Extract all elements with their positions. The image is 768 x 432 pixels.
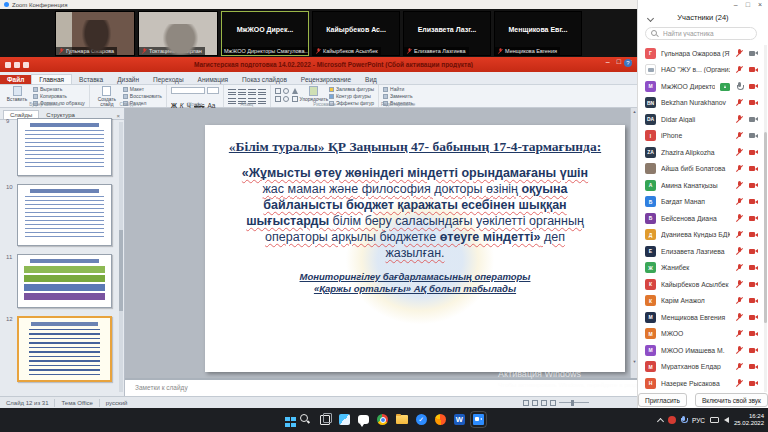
shape3-icon[interactable] bbox=[292, 96, 298, 102]
ribbon-tab[interactable]: Главная bbox=[31, 74, 72, 85]
invite-button[interactable]: Пригласить bbox=[638, 393, 687, 407]
ribbon-tab[interactable]: Вид bbox=[358, 75, 384, 85]
ribbon-tab[interactable]: Рецензирование bbox=[294, 75, 358, 85]
slide-thumbnail[interactable] bbox=[17, 316, 112, 382]
participant-row[interactable]: ZA Zhazira Alipkozha bbox=[638, 144, 765, 161]
clock[interactable]: 16:24 25.02.2022 bbox=[734, 413, 764, 428]
editor-scrollbar[interactable]: ▲ ▼ bbox=[630, 108, 637, 378]
participant-row[interactable]: Ж Жанибек bbox=[638, 260, 765, 277]
task-view-icon[interactable] bbox=[319, 413, 331, 425]
tasks-app-icon[interactable]: ✓ bbox=[416, 414, 427, 425]
slideshow-icon[interactable] bbox=[550, 400, 556, 406]
window-minimize-button[interactable]: – bbox=[734, 1, 738, 8]
participant-row[interactable]: Б Бағдат Манап bbox=[638, 194, 765, 211]
window-maximize-button[interactable]: □ bbox=[746, 1, 750, 8]
participant-row[interactable]: М МЖОО Имашева М. bbox=[638, 342, 765, 359]
participant-row[interactable]: DA Didar Aigali bbox=[638, 111, 765, 128]
ribbon-tab[interactable]: Показ слайдов bbox=[235, 75, 294, 85]
video-tile[interactable]: Кайырбеков Ас... Кайырбеков Асылбек bbox=[312, 11, 400, 56]
close-pane-icon[interactable]: × bbox=[116, 113, 120, 119]
slide-thumbnail[interactable] bbox=[17, 184, 112, 246]
normal-view-icon[interactable] bbox=[523, 400, 529, 406]
participant-row[interactable]: М Муратханов Елдар bbox=[638, 359, 765, 376]
layout-button[interactable]: Макет bbox=[123, 86, 162, 92]
tray-app-icon[interactable] bbox=[668, 416, 676, 424]
tray-expand-icon[interactable] bbox=[657, 417, 664, 424]
participant-row[interactable]: К Карім Анажол bbox=[638, 293, 765, 310]
participant-row[interactable]: Н Назерке Рысакова bbox=[638, 375, 765, 392]
ribbon-tab[interactable]: Файл bbox=[0, 75, 31, 85]
explorer-icon[interactable] bbox=[396, 415, 408, 424]
align-center-icon[interactable] bbox=[258, 89, 266, 96]
save-icon[interactable] bbox=[5, 62, 11, 68]
participant-row[interactable]: М МЖОО bbox=[638, 326, 765, 343]
notes-pane[interactable]: Заметки к слайду bbox=[125, 378, 637, 396]
video-tile[interactable]: МжЖОО Дирек... МжЖОО Директоры Смагулова… bbox=[221, 11, 309, 56]
quick-access-toolbar[interactable] bbox=[5, 62, 29, 68]
reset-button[interactable]: Восстановить bbox=[123, 93, 162, 99]
window-close-button[interactable]: × bbox=[758, 1, 762, 8]
zoom-slider[interactable] bbox=[559, 402, 589, 404]
zoom-app-icon[interactable] bbox=[473, 414, 484, 425]
find-button[interactable]: Найти bbox=[383, 86, 413, 92]
participants-scrollbar[interactable] bbox=[764, 45, 768, 392]
minimize-ribbon-icon[interactable]: ^ bbox=[616, 59, 619, 67]
video-tile[interactable]: Елизавета Лазг... Елизавета Лазгиева bbox=[403, 11, 491, 56]
touch-keyboard-icon[interactable] bbox=[710, 417, 719, 423]
reading-view-icon[interactable] bbox=[541, 400, 547, 406]
chrome-icon[interactable] bbox=[377, 414, 388, 425]
start-icon[interactable] bbox=[285, 417, 290, 422]
replace-button[interactable]: Заменить bbox=[383, 93, 413, 99]
participant-row[interactable]: BN Bekzhan Nurakhanov bbox=[638, 95, 765, 112]
ribbon-tab[interactable]: Переходы bbox=[146, 75, 191, 85]
font-size-box[interactable] bbox=[207, 87, 219, 94]
cut-button[interactable]: Вырезать bbox=[33, 86, 85, 92]
align-left-icon[interactable] bbox=[248, 89, 256, 96]
participant-row[interactable]: А Амина Канатқызы bbox=[638, 177, 765, 194]
slides-panel-scrollbar[interactable] bbox=[119, 122, 123, 392]
shapes-gallery[interactable] bbox=[275, 88, 299, 102]
participant-row[interactable]: М МжЖОО Директоры Смаг... bbox=[638, 78, 765, 95]
participant-row[interactable]: Е Елизавета Лазгиева bbox=[638, 243, 765, 260]
ribbon-tab[interactable]: Дизайн bbox=[110, 75, 146, 85]
unmute-button[interactable]: Включить свой звук bbox=[695, 393, 768, 407]
participant-row[interactable]: Г Гульнара Ожарова (Я) bbox=[638, 45, 765, 62]
paste-button[interactable]: Вставить bbox=[4, 86, 30, 102]
participant-row[interactable]: Д Дуаниева Кундыз БДК-411 bbox=[638, 227, 765, 244]
participant-row[interactable]: К Кайырбеков Асылбек bbox=[638, 276, 765, 293]
rectangle-shape-icon[interactable] bbox=[275, 88, 281, 94]
slide-thumbnail[interactable] bbox=[17, 254, 112, 308]
ppt-minimize-button[interactable]: – bbox=[606, 58, 610, 65]
shape1-icon[interactable] bbox=[275, 96, 281, 102]
shape-outline-button[interactable]: Контур фигуры bbox=[329, 93, 374, 99]
participant-row[interactable]: Айша бибі Болатова bbox=[638, 161, 765, 178]
redo-icon[interactable] bbox=[23, 62, 29, 68]
shape2-icon[interactable] bbox=[283, 96, 289, 102]
participant-row[interactable]: НАО "ЖУ в... (Организатор) bbox=[638, 62, 765, 79]
chat-icon[interactable] bbox=[358, 415, 369, 424]
bullets-icon[interactable] bbox=[228, 89, 236, 96]
video-tile[interactable]: Менщикова Евг... Менщикова Евгения bbox=[494, 11, 582, 56]
triangle-shape-icon[interactable] bbox=[292, 88, 298, 94]
tray-mic-icon[interactable] bbox=[681, 416, 687, 425]
language-switcher[interactable]: РУС bbox=[692, 417, 705, 424]
arrange-button[interactable]: Упорядочить bbox=[302, 86, 326, 102]
ribbon-tab[interactable]: Анимация bbox=[191, 75, 236, 85]
participant-search[interactable] bbox=[645, 27, 757, 40]
word-icon[interactable]: W bbox=[454, 414, 465, 425]
numbering-icon[interactable] bbox=[238, 89, 246, 96]
slide-sorter-icon[interactable] bbox=[532, 400, 538, 406]
browser-icon[interactable] bbox=[435, 414, 446, 425]
participant-row[interactable]: Б Бейсенова Диана bbox=[638, 210, 765, 227]
shape-fill-button[interactable]: Заливка фигуры bbox=[329, 86, 374, 92]
video-tile[interactable]: Токтациев Темирлан bbox=[138, 11, 218, 56]
participant-row[interactable]: I iPhone bbox=[638, 128, 765, 145]
current-slide[interactable]: «Білім туралы» ҚР Заңының 47- бабының 17… bbox=[205, 125, 625, 372]
search-input[interactable] bbox=[661, 29, 751, 38]
help-icon[interactable]: ? bbox=[624, 59, 632, 67]
volume-icon[interactable] bbox=[724, 417, 729, 423]
participant-row[interactable]: М Менщикова Евгения bbox=[638, 309, 765, 326]
slide-thumbnail[interactable] bbox=[17, 118, 112, 176]
ellipse-shape-icon[interactable] bbox=[283, 88, 289, 94]
font-name-box[interactable] bbox=[171, 87, 205, 94]
